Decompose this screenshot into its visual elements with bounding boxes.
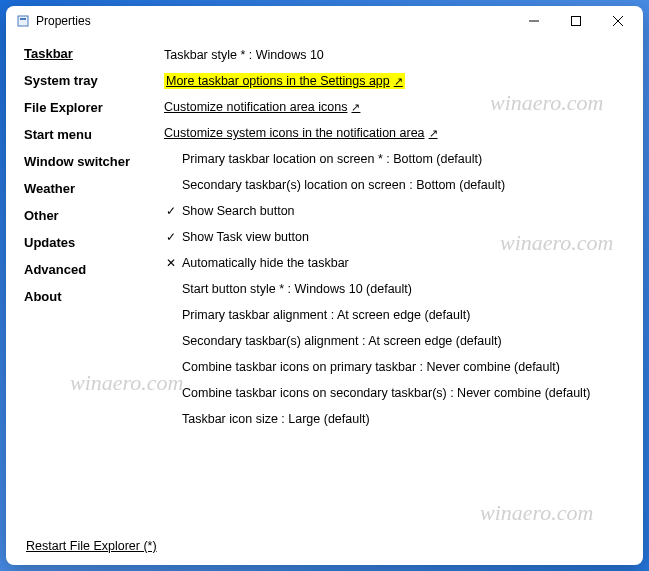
auto-hide-label: Automatically hide the taskbar (182, 256, 349, 270)
show-taskview-row[interactable]: ✓ Show Task view button (164, 228, 635, 246)
combine-secondary-label: Combine taskbar icons on secondary taskb… (182, 386, 591, 400)
show-search-row[interactable]: ✓ Show Search button (164, 202, 635, 220)
secondary-alignment-row[interactable]: Secondary taskbar(s) alignment : At scre… (164, 332, 635, 350)
external-link-icon: ↗ (351, 101, 360, 114)
svg-rect-0 (18, 16, 28, 26)
auto-hide-row[interactable]: ✕ Automatically hide the taskbar (164, 254, 635, 272)
taskbar-style-row[interactable]: Taskbar style * : Windows 10 (164, 46, 635, 64)
primary-alignment-label: Primary taskbar alignment : At screen ed… (182, 308, 470, 322)
combine-primary-row[interactable]: Combine taskbar icons on primary taskbar… (164, 358, 635, 376)
primary-location-label: Primary taskbar location on screen * : B… (182, 152, 482, 166)
icon-size-row[interactable]: Taskbar icon size : Large (default) (164, 410, 635, 428)
primary-alignment-row[interactable]: Primary taskbar alignment : At screen ed… (164, 306, 635, 324)
titlebar: Properties (6, 6, 643, 36)
sidebar: Taskbar System tray File Explorer Start … (6, 42, 156, 533)
customize-system-icons-link[interactable]: Customize system icons in the notificati… (164, 126, 438, 140)
secondary-location-row[interactable]: Secondary taskbar(s) location on screen … (164, 176, 635, 194)
customize-system-icons-text: Customize system icons in the notificati… (164, 126, 425, 140)
svg-rect-1 (20, 18, 26, 20)
footer: Restart File Explorer (*) (6, 533, 643, 565)
combine-primary-label: Combine taskbar icons on primary taskbar… (182, 360, 560, 374)
restart-explorer-link[interactable]: Restart File Explorer (*) (26, 539, 157, 553)
show-search-label: Show Search button (182, 204, 295, 218)
sidebar-item-about[interactable]: About (24, 289, 156, 304)
main-panel: Taskbar style * : Windows 10 More taskba… (156, 42, 643, 533)
cross-icon: ✕ (164, 256, 178, 270)
primary-location-row[interactable]: Primary taskbar location on screen * : B… (164, 150, 635, 168)
start-style-row[interactable]: Start button style * : Windows 10 (defau… (164, 280, 635, 298)
more-options-link[interactable]: More taskbar options in the Settings app… (164, 73, 405, 89)
minimize-button[interactable] (513, 7, 555, 35)
sidebar-item-file-explorer[interactable]: File Explorer (24, 100, 156, 115)
combine-secondary-row[interactable]: Combine taskbar icons on secondary taskb… (164, 384, 635, 402)
svg-rect-3 (572, 17, 581, 26)
sidebar-item-other[interactable]: Other (24, 208, 156, 223)
customize-notification-text: Customize notification area icons (164, 100, 347, 114)
taskbar-style-label: Taskbar style * : Windows 10 (164, 48, 324, 62)
customize-notification-link[interactable]: Customize notification area icons ↗ (164, 100, 360, 114)
show-taskview-label: Show Task view button (182, 230, 309, 244)
sidebar-item-updates[interactable]: Updates (24, 235, 156, 250)
check-icon: ✓ (164, 204, 178, 218)
window-title: Properties (36, 14, 513, 28)
start-style-label: Start button style * : Windows 10 (defau… (182, 282, 412, 296)
secondary-alignment-label: Secondary taskbar(s) alignment : At scre… (182, 334, 502, 348)
sidebar-item-system-tray[interactable]: System tray (24, 73, 156, 88)
sidebar-item-start-menu[interactable]: Start menu (24, 127, 156, 142)
sidebar-item-weather[interactable]: Weather (24, 181, 156, 196)
sidebar-item-window-switcher[interactable]: Window switcher (24, 154, 156, 169)
close-button[interactable] (597, 7, 639, 35)
external-link-icon: ↗ (429, 127, 438, 140)
check-icon: ✓ (164, 230, 178, 244)
sidebar-item-taskbar[interactable]: Taskbar (24, 46, 156, 61)
properties-window: Properties Taskbar System tray File Expl… (6, 6, 643, 565)
app-icon (16, 14, 30, 28)
sidebar-item-advanced[interactable]: Advanced (24, 262, 156, 277)
external-link-icon: ↗ (394, 75, 403, 88)
content-area: Taskbar System tray File Explorer Start … (6, 36, 643, 533)
more-options-text: More taskbar options in the Settings app (166, 74, 390, 88)
secondary-location-label: Secondary taskbar(s) location on screen … (182, 178, 505, 192)
maximize-button[interactable] (555, 7, 597, 35)
icon-size-label: Taskbar icon size : Large (default) (182, 412, 370, 426)
